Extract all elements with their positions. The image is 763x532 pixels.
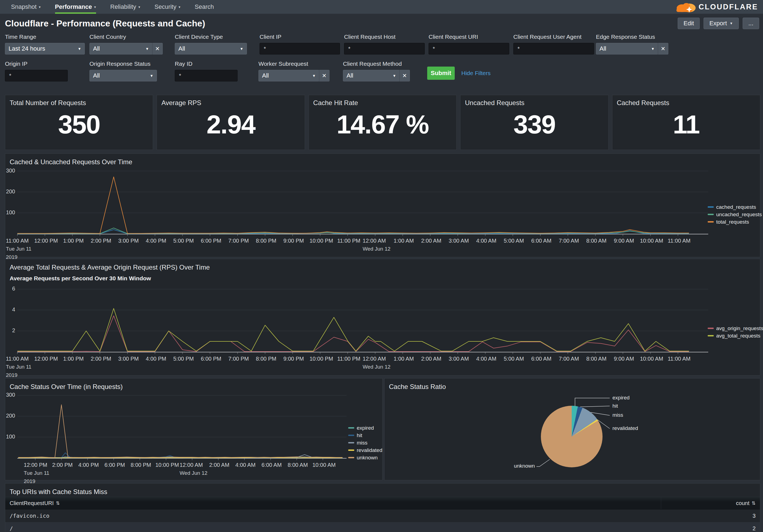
clear-filter-button[interactable]: ✕: [152, 43, 163, 54]
edge-response-status-select[interactable]: All ▼: [596, 43, 658, 54]
x-tick-label: 3:00 PM: [118, 238, 139, 244]
table-title: Top URIs with Cache Status Miss: [10, 488, 107, 496]
legend-item[interactable]: avg_origin_requests: [708, 324, 763, 332]
x-tick-label: 10:00 AM: [640, 238, 663, 244]
x-tick-label: 2:00 PM: [91, 356, 111, 362]
cache-status-chart[interactable]: 10020030012:00 PMTue Jun 1120192:00 PM4:…: [5, 379, 382, 480]
y-tick-label: 200: [5, 188, 15, 195]
x-tick-label: 9:00 AM: [614, 356, 634, 362]
chevron-down-icon: ▼: [392, 74, 396, 78]
legend-item[interactable]: hit: [348, 432, 382, 439]
cloudflare-cloud-icon: [674, 1, 697, 13]
legend-item[interactable]: revalidated: [348, 446, 382, 454]
x-tick-label: 12:00 PM: [34, 356, 58, 362]
nav-item-search[interactable]: Search: [195, 0, 214, 14]
x-tick-label: 9:00 AM: [614, 238, 634, 244]
kpi-label: Average RPS: [161, 99, 201, 107]
kpi-cached-requests[interactable]: Cached Requests 11: [612, 95, 760, 150]
submit-button[interactable]: Submit: [427, 66, 455, 80]
client-request-host-input[interactable]: [344, 43, 425, 54]
table-header: ClientRequestURI ⇅ count ⇅: [5, 497, 760, 509]
x-tick-label: 8:00 PM: [256, 356, 276, 362]
x-tick-label: 4:00 PM: [78, 462, 99, 468]
pie-label-unknown: unknown: [503, 463, 535, 469]
ray-id-input[interactable]: [175, 70, 238, 81]
kpi-uncached-requests[interactable]: Uncached Requests 339: [460, 95, 608, 150]
x-tick-label: 5:00 PM: [173, 356, 193, 362]
x-tick-label: 2:00 PM: [91, 238, 111, 244]
legend-item[interactable]: cached_requests: [708, 203, 762, 211]
chevron-down-icon: ▾: [139, 5, 140, 9]
pie-label-hit: hit: [612, 403, 618, 409]
x-tick-label: 12:00 AMWed Jun 12: [180, 462, 208, 477]
legend-item[interactable]: unknown: [348, 454, 382, 461]
origin-ip-input[interactable]: [5, 70, 68, 81]
legend-item[interactable]: total_requests: [708, 218, 762, 225]
column-header-count[interactable]: count ⇅: [661, 497, 760, 509]
legend-item[interactable]: miss: [348, 439, 382, 446]
y-tick-label: 4: [5, 307, 15, 313]
client-device-type-select[interactable]: All ▼: [175, 43, 247, 54]
hide-filters-link[interactable]: Hide Filters: [461, 70, 490, 76]
cell-uri: /favicon.ico: [5, 512, 661, 519]
cell-count: 3: [661, 513, 760, 519]
cached-uncached-requests-chart[interactable]: 10020030011:00 AMTue Jun 11201912:00 PM1…: [5, 154, 760, 257]
chart-legend: cached_requestsuncached_requeststotal_re…: [708, 203, 762, 225]
time-range-select[interactable]: Last 24 hours ▼: [5, 43, 85, 54]
chevron-down-icon: ▼: [730, 22, 733, 25]
x-tick-label: 11:00 PM: [337, 356, 360, 362]
x-tick-label: 6:00 PM: [201, 356, 221, 362]
x-tick-label: 7:00 PM: [228, 356, 249, 362]
export-button[interactable]: Export ▼: [704, 18, 738, 29]
panel-average-rps-over-time: Average Total Requests & Average Origin …: [5, 259, 760, 376]
x-tick-label: 9:00 PM: [283, 356, 304, 362]
legend-item[interactable]: expired: [348, 424, 382, 432]
x-tick-label: 12:00 AMWed Jun 12: [363, 356, 390, 370]
top-nav: Snapshot ▾ Performance ▾ Reliability ▾ S…: [0, 0, 763, 14]
filter-client-country: Client Country All ▼ ✕: [89, 34, 163, 54]
table-row[interactable]: / 2: [5, 522, 760, 532]
nav-item-reliability[interactable]: Reliability ▾: [110, 0, 140, 14]
y-tick-label: 300: [5, 167, 15, 174]
kpi-average-rps[interactable]: Average RPS 2.94: [157, 95, 305, 150]
client-country-select[interactable]: All ▼: [89, 43, 153, 54]
x-tick-label: 2:00 AM: [421, 356, 441, 362]
x-tick-label: 8:00 PM: [131, 462, 151, 468]
client-request-uri-input[interactable]: [429, 43, 509, 54]
legend-item[interactable]: uncached_requests: [708, 211, 762, 218]
filter-client-request-method: Client Request Method All ▼ ✕: [343, 60, 410, 81]
nav-item-security[interactable]: Security ▾: [155, 0, 180, 14]
table-row[interactable]: /favicon.ico 3: [5, 509, 760, 522]
filter-origin-ip: Origin IP: [5, 60, 68, 81]
select-value: All: [93, 45, 100, 52]
kpi-value: 350: [5, 110, 153, 139]
nav-item-label: Performance: [55, 3, 92, 10]
clear-filter-button[interactable]: ✕: [319, 70, 329, 81]
pie-label-miss: miss: [612, 412, 623, 418]
x-tick-label: 5:00 AM: [504, 238, 524, 244]
clear-filter-button[interactable]: ✕: [399, 70, 410, 81]
more-options-button[interactable]: ...: [743, 18, 759, 29]
legend-item[interactable]: avg_total_requests: [708, 332, 763, 339]
kpi-cache-hit-rate[interactable]: Cache Hit Rate 14.67 %: [309, 95, 457, 150]
panel-cache-status-over-time: Cache Status Over Time (in Requests) 100…: [5, 378, 382, 480]
x-tick-label: 4:00 AM: [476, 356, 496, 362]
client-ip-input[interactable]: [260, 43, 340, 54]
kpi-total-requests[interactable]: Total Number of Requests 350: [5, 95, 153, 150]
column-header-client-request-uri[interactable]: ClientRequestURI ⇅: [5, 497, 661, 509]
edit-button[interactable]: Edit: [678, 18, 700, 29]
filter-edge-response-status: Edge Response Status All ▼ ✕: [596, 34, 668, 54]
column-header-label: count: [736, 500, 749, 506]
client-request-user-agent-input[interactable]: [513, 43, 594, 54]
legend-swatch: [708, 214, 714, 215]
origin-response-status-select[interactable]: All ▼: [89, 70, 157, 81]
chevron-down-icon: ▾: [94, 5, 96, 9]
client-request-method-select[interactable]: All ▼: [343, 70, 400, 81]
worker-subrequest-select[interactable]: All ▼: [259, 70, 319, 81]
close-icon: ✕: [402, 72, 407, 79]
nav-item-snapshot[interactable]: Snapshot ▾: [11, 0, 41, 14]
pie-chart[interactable]: [541, 406, 602, 467]
chevron-down-icon: ▼: [150, 74, 153, 78]
nav-item-performance[interactable]: Performance ▾: [55, 0, 96, 14]
clear-filter-button[interactable]: ✕: [658, 43, 668, 54]
